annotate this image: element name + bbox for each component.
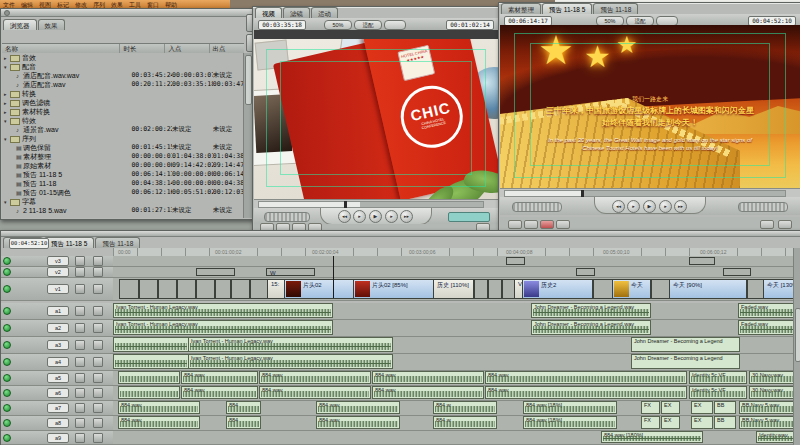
viewer-view-dropdown[interactable]: 适配 (354, 20, 382, 30)
track-body-a6[interactable]: 884.wav884.wav884.wav884.wavIdentity 5c … (113, 386, 794, 400)
browser-row-字幕[interactable]: ▾字幕 (2, 197, 244, 206)
browser-row-素材整理[interactable]: ▤素材整理00:00:00:0101:04:38:0101:04:38:01 (2, 152, 244, 161)
speaker-icon[interactable] (93, 323, 103, 333)
track-body-a8[interactable]: 884.wav884884.wav884.w884.wav [18%]FXEXE… (113, 416, 794, 430)
viewer-duration-timecode[interactable]: 00:03:35:18 (258, 20, 306, 30)
track-body-v2[interactable]: W (113, 267, 794, 277)
audio-clip-Faded.wav[interactable]: Faded.wav (738, 303, 794, 318)
browser-row-预告 11-18[interactable]: ▤预告 11-1800:04:38:1400:00:00:0000:04:38:… (2, 179, 244, 188)
audio-clip-BB[interactable]: BB (714, 416, 736, 429)
track-destination-a1[interactable]: a1 (47, 306, 69, 316)
timeline-tab-预告 11-18 5[interactable]: 预告 11-18 5 (44, 237, 94, 248)
play-in-to-out-button[interactable]: ▸ (627, 200, 640, 213)
menu-效果[interactable]: 效果 (111, 1, 123, 8)
audio-clip[interactable] (118, 371, 180, 384)
audio-clip-BB.Navy 5.wav[interactable]: BB.Navy 5.wav (739, 401, 794, 414)
viewer-shuttle-control[interactable] (448, 212, 490, 222)
lock-icon[interactable] (75, 403, 85, 413)
video-clip[interactable] (157, 279, 178, 299)
audio-clip-FX[interactable]: FX (641, 416, 660, 429)
canvas-jog-control[interactable] (512, 202, 562, 212)
video-clip[interactable] (138, 279, 159, 299)
video-clip[interactable] (723, 268, 751, 276)
track-header-v1[interactable]: v1 (1, 278, 114, 300)
video-clip-历史 [110%][interactable]: 历史 [110%] (433, 279, 475, 299)
previous-edit-button[interactable]: ◂◂ (612, 200, 625, 213)
audio-clip-884.wav [18%][interactable]: 884.wav [18%] (523, 401, 617, 414)
lock-icon[interactable] (75, 373, 85, 383)
track-body-a9[interactable]: 884.wav [180%]Identity.wav (113, 431, 794, 444)
track-enable-light[interactable] (3, 389, 11, 397)
audio-clip-EX[interactable]: EX (661, 416, 680, 429)
track-header-v3[interactable]: v3 (1, 256, 114, 266)
audio-clip-884[interactable]: 884 (226, 401, 261, 414)
viewer-current-timecode[interactable]: 00:01:02:14 (446, 20, 494, 30)
browser-row-配音[interactable]: ▾配音 (2, 62, 244, 71)
audio-clip-884.w[interactable]: 884.w (433, 416, 497, 429)
track-body-v3[interactable] (113, 256, 794, 266)
video-clip[interactable] (576, 268, 595, 276)
audio-clip-30.Navy.wav[interactable]: 30.Navy.wav (749, 386, 794, 399)
audio-clip-BB.Navy 5.wav[interactable]: BB.Navy 5.wav (739, 416, 794, 429)
audio-clip-884.wav[interactable]: 884.wav (259, 371, 371, 384)
lock-icon[interactable] (75, 284, 85, 294)
audio-clip-884.wav[interactable]: 884.wav (118, 401, 200, 414)
track-destination-v1[interactable]: v1 (47, 284, 69, 294)
viewer-tab-运动[interactable]: 运动 (311, 7, 338, 18)
filmstrip-icon[interactable] (93, 267, 103, 277)
audio-clip-John Dreamer - Becoming a Legend.wav[interactable]: John Dreamer - Becoming a Legend.wav (531, 320, 651, 335)
audio-clip-EX[interactable]: EX (661, 401, 680, 414)
browser-titlebar[interactable] (1, 9, 253, 17)
video-clip-片头02 [85%][interactable]: 片头02 [85%] (353, 279, 435, 299)
menu-视图[interactable]: 视图 (39, 1, 51, 8)
video-clip[interactable] (650, 279, 671, 299)
browser-tab-浏览器[interactable]: 浏览器 (3, 19, 37, 30)
track-destination-a3[interactable]: a3 (47, 340, 69, 350)
edit-overlay-dropdown[interactable] (760, 220, 774, 229)
audio-clip-Ivan Torrent - Human Legacy.wav[interactable]: Ivan Torrent - Human Legacy.wav (113, 320, 333, 335)
menu-工具[interactable]: 工具 (129, 1, 141, 8)
audio-clip-884.wav[interactable]: 884.wav (316, 416, 400, 429)
track-header-a3[interactable]: a3 (1, 337, 114, 353)
audio-clip[interactable] (118, 386, 180, 399)
track-destination-a9[interactable]: a9 (47, 433, 69, 443)
lock-icon[interactable] (75, 340, 85, 350)
track-enable-light[interactable] (3, 404, 11, 412)
menu-修改[interactable]: 修改 (75, 1, 87, 8)
track-enable-light[interactable] (3, 307, 11, 315)
filmstrip-icon[interactable] (93, 284, 103, 294)
lock-icon[interactable] (75, 306, 85, 316)
viewer-jog-control[interactable] (264, 212, 310, 222)
track-body-a1[interactable]: Ivan Torrent - Human Legacy.wavJohn Drea… (113, 303, 794, 319)
video-clip[interactable] (506, 257, 525, 265)
track-enable-light[interactable] (3, 341, 11, 349)
video-clip-历史2[interactable]: 历史2 (522, 279, 594, 299)
track-destination-v3[interactable]: v3 (47, 256, 69, 266)
track-destination-a7[interactable]: a7 (47, 403, 69, 413)
track-header-a8[interactable]: a8 (1, 416, 114, 430)
track-destination-a8[interactable]: a8 (47, 418, 69, 428)
audio-clip-Identity.wav[interactable]: Identity.wav (756, 431, 794, 443)
speaker-icon[interactable] (93, 306, 103, 316)
canvas-shuttle-control[interactable] (738, 202, 788, 212)
track-header-v2[interactable]: v2 (1, 267, 114, 277)
canvas-tab-预告 11-18[interactable]: 预告 11-18 (593, 3, 638, 14)
video-clip[interactable] (196, 268, 235, 276)
track-enable-light[interactable] (3, 434, 11, 442)
browser-row-原始素材[interactable]: ▤原始素材00:00:00:0009:14:42:0209:14:47:03 (2, 161, 244, 170)
filmstrip-icon[interactable] (93, 256, 103, 266)
track-enable-light[interactable] (3, 358, 11, 366)
audio-clip-BB[interactable]: BB (714, 401, 736, 414)
track-body-a3[interactable]: Ivan Torrent - Human Legacy.wavJohn Drea… (113, 337, 794, 353)
canvas-tab-素材整理[interactable]: 素材整理 (501, 3, 541, 14)
audio-clip-884.wav[interactable]: 884.wav (259, 386, 371, 399)
speaker-icon[interactable] (93, 357, 103, 367)
track-enable-light[interactable] (3, 324, 11, 332)
previous-edit-button[interactable]: ◂◂ (338, 210, 351, 223)
audio-clip-884.wav [18%][interactable]: 884.wav [18%] (523, 416, 617, 429)
lock-icon[interactable] (75, 433, 85, 443)
viewer-zoom-dropdown[interactable]: 50% (324, 20, 352, 30)
viewer-tab-滤镜[interactable]: 滤镜 (283, 7, 310, 18)
browser-row-预告 11-18 5[interactable]: ▤预告 11-18 500:06:14:1700:00:00:0000:06:1… (2, 170, 244, 179)
play-button[interactable]: ▶ (643, 200, 656, 213)
